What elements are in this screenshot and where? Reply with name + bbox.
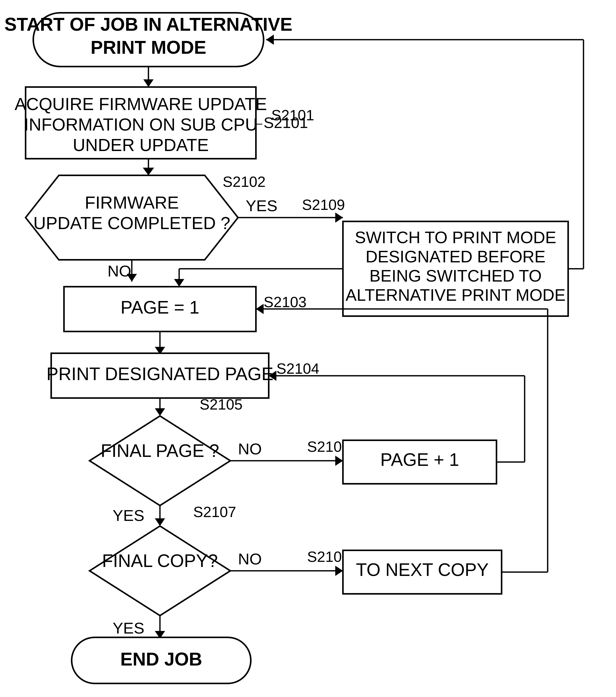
svg-text:NO: NO	[107, 262, 131, 280]
end-node: END JOB	[72, 637, 251, 683]
s2102-node: FIRMWARE UPDATE COMPLETED ?	[26, 175, 238, 260]
svg-text:NO: NO	[238, 550, 262, 568]
svg-text:TO NEXT COPY: TO NEXT COPY	[356, 560, 489, 580]
svg-text:YES: YES	[112, 619, 144, 637]
svg-text:S2104: S2104	[276, 360, 319, 377]
s2109-node: SWITCH TO PRINT MODE DESIGNATED BEFORE B…	[343, 221, 568, 316]
svg-text:PRINT DESIGNATED PAGE: PRINT DESIGNATED PAGE	[47, 364, 274, 384]
svg-text:S2103: S2103	[264, 294, 306, 310]
svg-text:UPDATE COMPLETED ?: UPDATE COMPLETED ?	[33, 213, 230, 233]
svg-text:FINAL PAGE ?: FINAL PAGE ?	[101, 441, 219, 461]
svg-text:START OF JOB IN ALTERNATIVE: START OF JOB IN ALTERNATIVE	[4, 14, 292, 34]
svg-text:ALTERNATIVE PRINT MODE: ALTERNATIVE PRINT MODE	[345, 286, 566, 305]
s2102-step-label: S2102	[223, 173, 266, 190]
svg-text:S2105: S2105	[200, 396, 243, 413]
svg-text:DESIGNATED BEFORE: DESIGNATED BEFORE	[365, 247, 545, 266]
start-node: START OF JOB IN ALTERNATIVE PRINT MODE	[4, 13, 292, 66]
s2108-node: TO NEXT COPY	[343, 550, 501, 594]
s2106-node: PAGE + 1	[343, 440, 496, 484]
svg-text:UNDER UPDATE: UNDER UPDATE	[73, 135, 209, 154]
svg-text:YES: YES	[112, 507, 144, 524]
svg-text:FIRMWARE: FIRMWARE	[85, 193, 179, 212]
svg-text:S2107: S2107	[193, 504, 236, 520]
svg-text:PAGE = 1: PAGE = 1	[121, 297, 199, 317]
svg-text:SWITCH TO PRINT MODE: SWITCH TO PRINT MODE	[355, 228, 556, 247]
svg-text:S2109: S2109	[302, 196, 345, 213]
svg-text:BEING SWITCHED TO: BEING SWITCHED TO	[370, 266, 542, 285]
svg-text:YES: YES	[246, 197, 277, 214]
svg-text:S2101: S2101	[271, 107, 314, 123]
svg-text:INFORMATION ON SUB CPU: INFORMATION ON SUB CPU	[24, 115, 258, 134]
svg-text:S2102: S2102	[223, 173, 266, 190]
svg-text:FINAL COPY?: FINAL COPY?	[102, 551, 218, 571]
svg-text:END JOB: END JOB	[120, 649, 202, 669]
flowchart-diagram: START OF JOB IN ALTERNATIVE PRINT MODE A…	[0, 0, 616, 697]
svg-text:PRINT MODE: PRINT MODE	[91, 37, 206, 58]
s2101-label: S2101	[271, 107, 314, 123]
svg-text:ACQUIRE FIRMWARE UPDATE: ACQUIRE FIRMWARE UPDATE	[15, 94, 267, 114]
svg-text:NO: NO	[238, 440, 262, 458]
svg-text:PAGE + 1: PAGE + 1	[380, 450, 459, 470]
